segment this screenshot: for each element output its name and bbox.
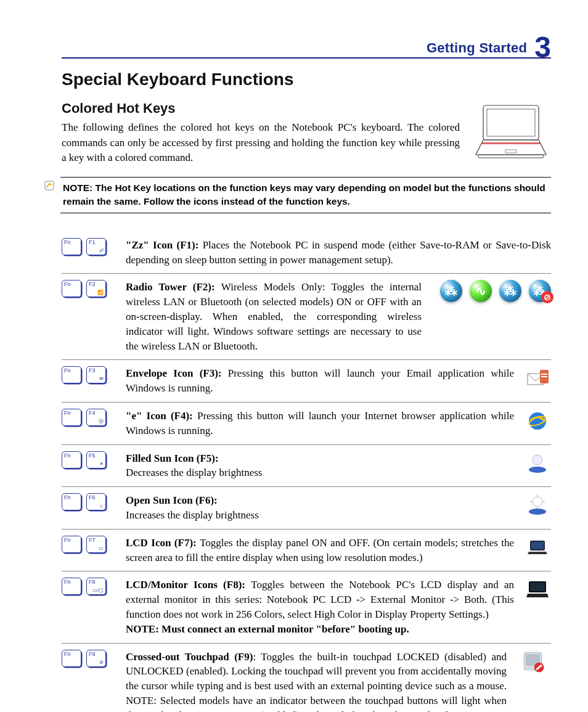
svg-rect-4	[478, 155, 544, 158]
hotkey-row-f4: Fn F4ⓔ "e" Icon (F4): Pressing this butt…	[62, 403, 551, 445]
hotkey-row-f7: Fn F7▭ LCD Icon (F7): Toggles the displa…	[62, 530, 551, 572]
f5-body: Decreases the display brightness	[126, 465, 514, 480]
f4-key-icon: F4ⓔ	[86, 409, 106, 426]
svg-rect-5	[45, 181, 54, 190]
f6-key-icon: F6☼	[86, 493, 106, 510]
svg-point-10	[529, 412, 546, 430]
wlan-on-icon: ∿	[470, 280, 492, 302]
laptop-illustration-icon	[471, 100, 551, 165]
page-title: Special Keyboard Functions	[62, 70, 551, 89]
svg-point-19	[529, 509, 546, 515]
f4-lead: "e" Icon (F4):	[126, 410, 197, 422]
fn-key-icon: Fn	[62, 578, 81, 595]
wlan-off-icon: ⁂⊘	[529, 280, 551, 302]
f2-key-icon: F2📶	[86, 280, 106, 297]
svg-point-13	[529, 467, 546, 473]
f5-lead: Filled Sun Icon (F5):	[126, 451, 514, 466]
f5-key-icon: F5☀	[86, 451, 106, 469]
page-header: Getting Started 3	[62, 31, 551, 59]
hotkey-row-f8: Fn F8▭/▢ LCD/Monitor Icons (F8): Toggles…	[62, 571, 551, 643]
f1-lead: "Zz" Icon (F1):	[126, 239, 203, 251]
internet-explorer-icon	[524, 409, 551, 433]
hotkey-row-f2: Fn F2📶 Radio Tower (F2): Wireless Models…	[62, 274, 551, 360]
email-icon	[524, 366, 551, 391]
fn-key-icon: Fn	[62, 536, 81, 553]
f1-key-icon: F1z²	[86, 238, 106, 255]
note-icon	[44, 181, 54, 190]
f8-lead: LCD/Monitor Icons (F8):	[126, 579, 251, 591]
note-box: NOTE: The Hot Key locations on the funct…	[60, 177, 551, 213]
f6-body: Increases the display brightness	[126, 508, 514, 523]
touchpad-disable-icon	[517, 650, 551, 674]
fn-key-icon: Fn	[62, 409, 81, 426]
brightness-down-icon	[524, 451, 551, 476]
f3-lead: Envelope Icon (F3):	[126, 367, 228, 379]
svg-rect-0	[483, 105, 539, 140]
f9-key-icon: F9⊘	[86, 650, 106, 667]
svg-rect-9	[541, 376, 547, 377]
chapter-number: 3	[534, 36, 551, 59]
svg-rect-2	[482, 142, 540, 144]
fn-key-icon: Fn	[62, 366, 81, 383]
hotkey-row-f3: Fn F3✉ Envelope Icon (F3): Pressing this…	[62, 360, 551, 403]
f3-key-icon: F3✉	[86, 366, 106, 383]
section-title: Getting Started	[427, 40, 527, 56]
f9-lead: Crossed-out Touchpad (F9)	[126, 651, 253, 663]
fn-key-icon: Fn	[62, 280, 81, 297]
hotkey-row-f1: Fn F1z² "Zz" Icon (F1): Places the Noteb…	[62, 232, 551, 274]
svg-point-14	[533, 497, 542, 507]
f2-lead: Radio Tower (F2):	[126, 281, 221, 293]
fn-key-icon: Fn	[62, 650, 81, 667]
f6-lead: Open Sun Icon (F6):	[126, 493, 514, 508]
svg-rect-8	[541, 374, 547, 375]
fn-key-icon: Fn	[62, 493, 81, 510]
subsection-title: Colored Hot Keys	[62, 100, 460, 117]
f7-lead: LCD Icon (F7):	[126, 537, 200, 549]
svg-rect-21	[531, 542, 544, 549]
fn-key-icon: Fn	[62, 238, 81, 255]
hotkey-row-f6: Fn F6☼ Open Sun Icon (F6): Increases the…	[62, 487, 551, 530]
bluetooth-on-icon: ⁂	[440, 280, 462, 302]
lcd-monitor-icon	[524, 578, 551, 602]
f7-key-icon: F7▭	[86, 536, 106, 553]
f8-subnote: NOTE: Must connect an external monitor "…	[126, 622, 514, 637]
hotkey-row-f5: Fn F5☀ Filled Sun Icon (F5): Decreases t…	[62, 445, 551, 488]
bluetooth-icon: ⁂	[499, 280, 521, 302]
hotkey-row-f9: Fn F9⊘ Crossed-out Touchpad (F9): Toggle…	[62, 644, 551, 712]
brightness-up-icon	[524, 493, 551, 518]
svg-point-12	[533, 455, 542, 465]
svg-rect-3	[505, 150, 517, 153]
lcd-icon	[524, 536, 551, 560]
fn-key-icon: Fn	[62, 451, 81, 469]
wireless-status-icons: ⁂ ∿ ⁂ ⁂⊘	[428, 280, 551, 302]
svg-rect-1	[487, 109, 535, 136]
svg-rect-23	[530, 583, 545, 591]
f8-key-icon: F8▭/▢	[86, 578, 106, 595]
intro-paragraph: The following defines the colored hot ke…	[62, 120, 460, 166]
